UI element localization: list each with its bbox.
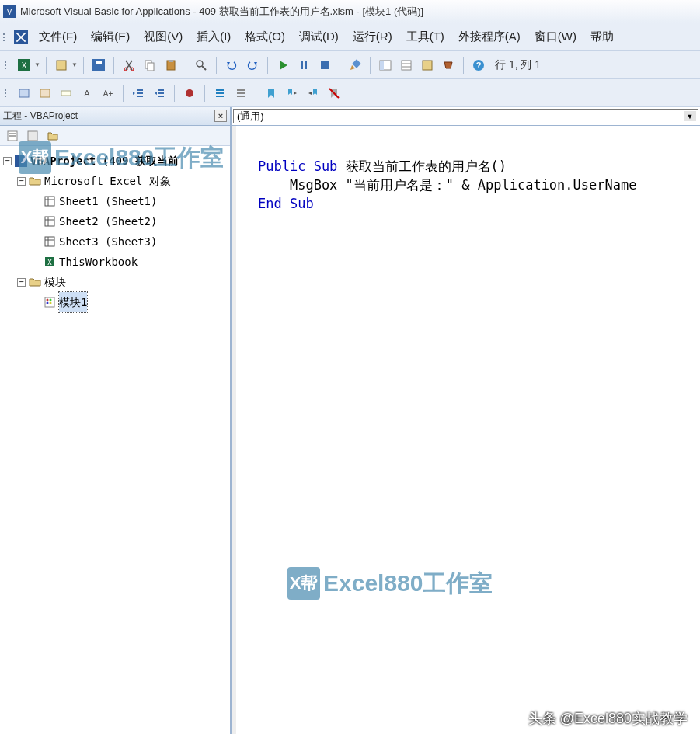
- view-excel-dropdown[interactable]: ▼: [34, 61, 40, 68]
- menu-run[interactable]: 运行(R): [347, 26, 399, 47]
- menu-insert[interactable]: 插入(I): [190, 26, 237, 47]
- menu-view[interactable]: 视图(V): [138, 26, 189, 47]
- tree-label: 模块: [44, 272, 66, 292]
- clear-bookmarks-button[interactable]: [325, 84, 343, 103]
- tree-sheet3[interactable]: Sheet3 (Sheet3): [3, 231, 227, 252]
- tree-label: ThisWorkbook: [59, 252, 138, 272]
- outdent-button[interactable]: [150, 84, 169, 103]
- worksheet-icon: [44, 215, 56, 228]
- tree-module1[interactable]: 模块1: [3, 292, 227, 312]
- toolbar-grip[interactable]: [5, 57, 9, 74]
- toggle-folders-button[interactable]: [44, 127, 62, 145]
- collapse-icon[interactable]: −: [17, 278, 26, 287]
- toolbar-grip[interactable]: [5, 85, 9, 102]
- tree-excel-objects[interactable]: − Microsoft Excel 对象: [3, 171, 227, 191]
- menu-format[interactable]: 格式(O): [239, 26, 291, 47]
- toggle-breakpoint-button[interactable]: [180, 84, 199, 103]
- project-tree[interactable]: − VBAProject (409 获取当前 − Microsoft Excel…: [0, 146, 230, 734]
- code-text-area[interactable]: Public Sub 获取当前工作表的用户名() MsgBox "当前用户名是：…: [232, 126, 700, 734]
- code-text: 获取当前工作表的用户名(): [337, 158, 507, 174]
- indent-button[interactable]: [129, 84, 148, 103]
- save-button[interactable]: [89, 56, 108, 75]
- menu-addins[interactable]: 外接程序(A): [452, 26, 527, 47]
- separator: [340, 57, 340, 74]
- collapse-icon[interactable]: −: [17, 177, 26, 186]
- help-button[interactable]: ?: [469, 56, 488, 75]
- svg-rect-29: [40, 89, 50, 97]
- svg-rect-16: [301, 61, 303, 69]
- menu-grip[interactable]: [3, 29, 8, 46]
- copy-button[interactable]: [141, 56, 159, 75]
- break-button[interactable]: [294, 56, 313, 75]
- svg-point-67: [50, 302, 52, 304]
- list-constants-button[interactable]: [36, 84, 54, 103]
- tree-sheet2[interactable]: Sheet2 (Sheet2): [3, 211, 227, 231]
- tree-modules-folder[interactable]: − 模块: [3, 272, 227, 292]
- svg-rect-22: [402, 61, 411, 70]
- reset-button[interactable]: [315, 56, 334, 75]
- run-button[interactable]: [273, 56, 292, 75]
- menu-debug[interactable]: 调试(D): [293, 26, 345, 47]
- menu-tools[interactable]: 工具(T): [400, 26, 451, 47]
- object-combobox[interactable]: (通用) ▼: [233, 109, 698, 123]
- title-bar: V Microsoft Visual Basic for Application…: [0, 0, 700, 23]
- object-browser-button[interactable]: [418, 56, 437, 75]
- svg-rect-55: [45, 217, 54, 226]
- separator: [83, 57, 84, 74]
- quick-info-button[interactable]: [57, 84, 75, 103]
- design-mode-button[interactable]: [346, 56, 364, 75]
- list-properties-button[interactable]: [15, 84, 33, 103]
- paste-button[interactable]: [162, 56, 180, 75]
- cut-button[interactable]: [120, 56, 138, 75]
- worksheet-icon: [44, 195, 56, 207]
- separator: [463, 57, 464, 74]
- menu-file[interactable]: 文件(F): [33, 26, 83, 47]
- svg-rect-5: [57, 61, 66, 70]
- insert-dropdown[interactable]: ▼: [71, 61, 78, 68]
- svg-rect-21: [380, 61, 384, 70]
- folder-icon: [29, 175, 41, 187]
- find-button[interactable]: [192, 56, 211, 75]
- view-excel-button[interactable]: X: [15, 56, 33, 75]
- insert-module-button[interactable]: [52, 56, 71, 75]
- properties-window-button[interactable]: [397, 56, 416, 75]
- uncomment-block-button[interactable]: [232, 84, 250, 103]
- vba-app-icon: V: [3, 5, 16, 18]
- project-explorer-button[interactable]: [376, 56, 395, 75]
- undo-button[interactable]: [222, 56, 241, 75]
- menu-edit[interactable]: 编辑(E): [85, 26, 136, 47]
- separator: [256, 85, 256, 102]
- parameter-info-button[interactable]: A: [78, 84, 96, 103]
- object-combo-value: (通用): [237, 110, 264, 123]
- next-bookmark-button[interactable]: [283, 84, 301, 103]
- menu-help[interactable]: 帮助: [584, 26, 620, 47]
- svg-point-65: [50, 299, 52, 301]
- close-panel-button[interactable]: ×: [214, 110, 227, 122]
- view-object-button[interactable]: [23, 127, 42, 145]
- footer-credit: 头条 @Excel880实战教学: [528, 709, 688, 728]
- tree-root[interactable]: − VBAProject (409 获取当前: [3, 151, 227, 171]
- separator: [113, 57, 114, 74]
- svg-rect-28: [19, 89, 29, 97]
- toolbox-button[interactable]: [439, 56, 458, 75]
- menu-bar: 文件(F) 编辑(E) 视图(V) 插入(I) 格式(O) 调试(D) 运行(R…: [0, 23, 700, 51]
- tree-label: Sheet1 (Sheet1): [59, 191, 157, 211]
- redo-button[interactable]: [243, 56, 262, 75]
- previous-bookmark-button[interactable]: [304, 84, 322, 103]
- menu-window[interactable]: 窗口(W): [528, 26, 583, 47]
- view-code-button[interactable]: [3, 127, 22, 145]
- edit-toolbar: A A+: [0, 79, 700, 107]
- toggle-bookmark-button[interactable]: [262, 84, 280, 103]
- tree-label: Microsoft Excel 对象: [44, 171, 171, 191]
- svg-rect-13: [169, 60, 173, 62]
- system-menu-icon[interactable]: [14, 30, 28, 44]
- complete-word-button[interactable]: A+: [99, 84, 117, 103]
- tree-sheet1[interactable]: Sheet1 (Sheet1): [3, 191, 227, 211]
- chevron-down-icon: ▼: [684, 111, 696, 121]
- comment-block-button[interactable]: [211, 84, 229, 103]
- collapse-icon[interactable]: −: [3, 157, 12, 165]
- separator: [370, 57, 371, 74]
- code-editor: (通用) ▼ Public Sub 获取当前工作表的用户名() MsgBox "…: [232, 107, 700, 734]
- keyword: End Sub: [258, 196, 314, 211]
- tree-thisworkbook[interactable]: X ThisWorkbook: [3, 252, 227, 272]
